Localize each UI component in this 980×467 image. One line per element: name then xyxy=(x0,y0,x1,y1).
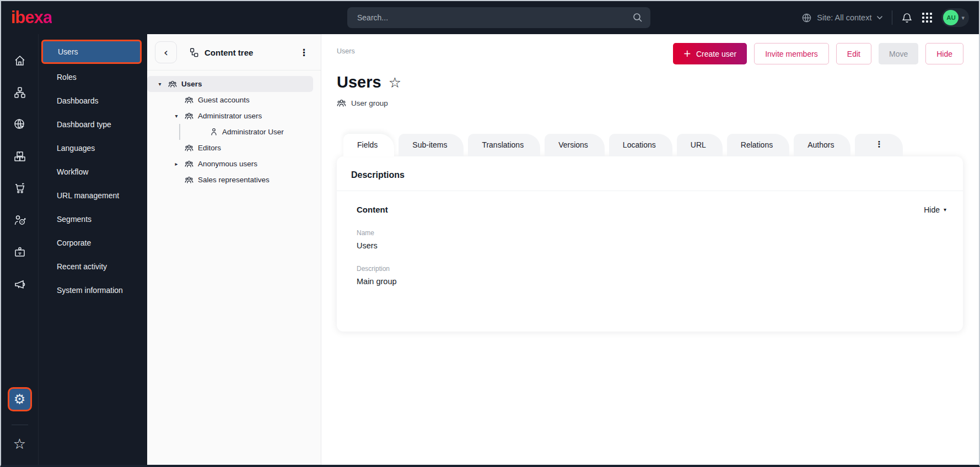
caret-down-icon[interactable]: ▾ xyxy=(156,82,164,87)
sidebar-item-users[interactable]: Users xyxy=(41,40,142,64)
rail-divider xyxy=(12,425,28,425)
app-window: ibexa Site: All context xyxy=(0,0,980,467)
admin-sidebar: Users Roles Dashboards Dashboard type La… xyxy=(39,34,147,465)
content-tree-body: ▾ Users Guest accounts ▾ xyxy=(147,70,321,188)
tree-node-administrator-users[interactable]: ▾ Administrator users xyxy=(147,108,315,124)
content-tree-header: ‹ Content tree ⋮ xyxy=(147,34,321,70)
tab-authors[interactable]: Authors xyxy=(794,134,850,156)
marketing-megaphone-icon[interactable] xyxy=(8,272,32,296)
sidebar-item-roles[interactable]: Roles xyxy=(39,65,147,89)
corporate-badge-icon[interactable] xyxy=(8,240,32,264)
tab-sub-items[interactable]: Sub-items xyxy=(399,134,464,156)
card-heading: Descriptions xyxy=(337,156,963,191)
tab-translations[interactable]: Translations xyxy=(468,134,540,156)
web-globe-icon[interactable] xyxy=(8,112,32,137)
field-description: Description Main group xyxy=(337,265,963,286)
bookmark-star-icon[interactable]: ☆ xyxy=(389,75,401,90)
user-group-icon xyxy=(185,160,193,169)
tab-fields[interactable]: Fields xyxy=(343,134,394,156)
site-context-label: Site: All context xyxy=(817,13,871,22)
move-button[interactable]: Move xyxy=(879,43,918,64)
user-group-icon xyxy=(337,99,346,108)
main-header: Users + Create user Invite members Edit … xyxy=(337,43,963,64)
content-section-header: Content Hide ▾ xyxy=(337,191,963,214)
tree-kebab-menu-icon[interactable]: ⋮ xyxy=(296,46,312,59)
field-label: Name xyxy=(357,229,963,237)
field-name: Name Users xyxy=(337,229,963,250)
admin-gear-icon[interactable]: ⚙ xyxy=(8,387,32,411)
site-context-selector[interactable]: Site: All context xyxy=(801,13,883,23)
ibexa-logo[interactable]: ibexa xyxy=(11,8,52,28)
content-type-label: User group xyxy=(351,99,388,107)
user-group-icon xyxy=(168,80,177,89)
products-boxes-icon[interactable] xyxy=(8,144,32,169)
sidebar-item-workflow[interactable]: Workflow xyxy=(39,160,147,183)
sidebar-item-dashboards[interactable]: Dashboards xyxy=(39,89,147,112)
rail-bottom-group: ⚙ ☆ xyxy=(8,387,32,465)
sidebar-item-recent-activity[interactable]: Recent activity xyxy=(39,254,147,278)
tree-node-users[interactable]: ▾ Users xyxy=(147,76,313,92)
user-group-icon xyxy=(185,144,193,153)
sidebar-item-languages[interactable]: Languages xyxy=(39,136,147,160)
page-title: Users xyxy=(337,73,381,91)
tab-versions[interactable]: Versions xyxy=(545,134,605,156)
field-label: Description xyxy=(357,265,963,273)
app-grid-icon[interactable] xyxy=(922,12,933,23)
tree-node-anonymous-users[interactable]: ▸ Anonymous users xyxy=(147,156,315,172)
global-search xyxy=(347,7,650,28)
tab-more-kebab-icon[interactable]: ⋮ xyxy=(855,134,903,156)
edit-button[interactable]: Edit xyxy=(836,43,871,64)
collapse-tree-button[interactable]: ‹ xyxy=(155,41,177,63)
tree-node-sales-representatives[interactable]: Sales representatives xyxy=(147,172,315,188)
tree-node-administrator-user[interactable]: Administrator User xyxy=(147,124,315,140)
caret-down-icon[interactable]: ▾ xyxy=(173,113,180,119)
caret-right-icon[interactable]: ▸ xyxy=(173,161,180,167)
user-menu[interactable]: AU ▾ xyxy=(941,8,969,27)
sidebar-item-corporate[interactable]: Corporate xyxy=(39,231,147,254)
sidebar-item-url-management[interactable]: URL management xyxy=(39,183,147,207)
main-content: Users + Create user Invite members Edit … xyxy=(321,34,979,465)
personalization-target-icon[interactable] xyxy=(8,208,32,232)
site-structure-icon[interactable] xyxy=(8,80,32,105)
title-row: Users ☆ xyxy=(337,73,963,91)
hide-section-toggle[interactable]: Hide ▾ xyxy=(924,205,946,214)
caret-down-icon: ▾ xyxy=(944,207,946,213)
sidebar-item-dashboard-type[interactable]: Dashboard type xyxy=(39,112,147,136)
search-input[interactable] xyxy=(347,7,650,28)
user-group-icon xyxy=(185,176,193,184)
tab-relations[interactable]: Relations xyxy=(727,134,789,156)
content-tree-title: Content tree xyxy=(189,47,253,57)
content-tree-panel: ‹ Content tree ⋮ ▾ Users xyxy=(147,34,321,465)
user-icon xyxy=(210,128,218,136)
invite-members-button[interactable]: Invite members xyxy=(754,43,829,64)
hide-button[interactable]: Hide xyxy=(925,43,963,64)
action-buttons: + Create user Invite members Edit Move H… xyxy=(673,43,963,64)
commerce-cart-icon[interactable] xyxy=(8,176,32,200)
notifications-bell-icon[interactable] xyxy=(901,12,913,24)
home-icon[interactable] xyxy=(8,48,32,73)
topbar-right-cluster: Site: All context AU ▾ xyxy=(801,8,969,27)
content-tree-icon xyxy=(189,47,199,57)
content-type-row: User group xyxy=(337,99,963,108)
create-user-button[interactable]: + Create user xyxy=(673,43,747,64)
sidebar-item-segments[interactable]: Segments xyxy=(39,207,147,231)
icon-rail: ⚙ ☆ xyxy=(1,34,39,465)
bookmarks-star-icon[interactable]: ☆ xyxy=(8,432,32,456)
fields-card: Descriptions Content Hide ▾ Name Users D… xyxy=(337,156,963,332)
section-heading: Content xyxy=(357,205,388,214)
search-icon xyxy=(633,13,643,23)
tree-node-editors[interactable]: Editors xyxy=(147,140,315,156)
globe-icon xyxy=(801,13,812,23)
breadcrumb[interactable]: Users xyxy=(337,43,355,55)
tab-locations[interactable]: Locations xyxy=(609,134,672,156)
tab-url[interactable]: URL xyxy=(677,134,723,156)
tree-node-guest-accounts[interactable]: Guest accounts xyxy=(147,92,315,108)
chevron-down-icon: ▾ xyxy=(961,15,965,21)
chevron-down-icon xyxy=(876,15,883,20)
avatar: AU xyxy=(943,10,959,25)
tab-bar: Fields Sub-items Translations Versions L… xyxy=(337,134,963,156)
sidebar-item-system-information[interactable]: System information xyxy=(39,278,147,302)
top-bar: ibexa Site: All context xyxy=(1,1,979,34)
user-group-icon xyxy=(185,112,193,121)
topbar-divider xyxy=(892,10,892,25)
